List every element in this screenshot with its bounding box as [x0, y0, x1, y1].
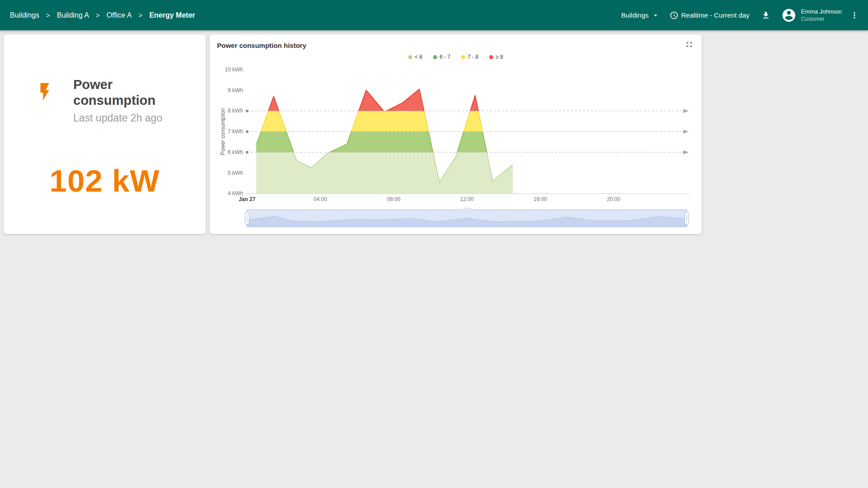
legend-dot: [489, 55, 493, 59]
breadcrumb-item-buildings[interactable]: Buildings: [10, 11, 39, 19]
legend-item-7-8[interactable]: 7 - 8: [461, 54, 478, 60]
svg-text:6 kWh: 6 kWh: [228, 149, 243, 155]
svg-text:4 kWh: 4 kWh: [228, 190, 243, 197]
legend-dot: [408, 55, 412, 59]
clock-icon: [670, 11, 679, 20]
legend-item-6-7[interactable]: 6 - 7: [433, 54, 450, 60]
svg-text:5 kWh: 5 kWh: [228, 170, 243, 176]
navigator-selection[interactable]: [247, 210, 687, 227]
chevron-down-icon: [651, 11, 660, 19]
power-history-chart[interactable]: 4 kWh5 kWh6 kWh7 kWh8 kWh9 kWh10 kWhPowe…: [217, 62, 694, 230]
svg-text:Jan 27: Jan 27: [239, 196, 255, 202]
svg-text:16:00: 16:00: [533, 196, 547, 202]
svg-text:Power consumption: Power consumption: [220, 108, 226, 155]
breadcrumb-separator: >: [96, 11, 100, 19]
avatar-icon: [781, 8, 797, 23]
fullscreen-icon: [685, 40, 693, 50]
svg-text:10 kWh: 10 kWh: [225, 66, 243, 73]
svg-text:7 kWh: 7 kWh: [228, 128, 243, 135]
power-value: 102 kW: [4, 163, 206, 199]
user-role: Customer: [801, 15, 842, 23]
navigator-handle-right[interactable]: [685, 212, 689, 224]
navigator-grip[interactable]: [462, 208, 472, 211]
user-menu[interactable]: Emma Johnson Customer: [780, 6, 843, 25]
svg-text:04:00: 04:00: [314, 196, 327, 202]
legend-item-lt6[interactable]: < 6: [408, 54, 422, 60]
legend-item-gte8[interactable]: ≥ 8: [489, 54, 503, 60]
svg-text:12:00: 12:00: [460, 196, 474, 202]
more-menu-button[interactable]: [849, 8, 860, 23]
legend-dot: [461, 55, 465, 59]
download-icon: [761, 11, 770, 20]
entity-select-label: Buildings: [621, 11, 649, 19]
navigator-handle-left[interactable]: [245, 212, 249, 224]
svg-text:08:00: 08:00: [387, 196, 401, 202]
bolt-icon: [34, 77, 55, 108]
topbar-actions: Buildings Realtime - Current day Emma Jo…: [619, 6, 860, 25]
legend-dot: [433, 55, 437, 59]
power-card-subtitle: Last update 2h ago: [73, 112, 193, 124]
timewindow-button[interactable]: Realtime - Current day: [668, 8, 751, 23]
breadcrumb-separator: >: [138, 11, 142, 19]
legend-label: 7 - 8: [467, 54, 478, 60]
power-consumption-card: Power consumption Last update 2h ago 102…: [4, 34, 206, 234]
power-card-title: Power consumption: [73, 77, 193, 108]
fullscreen-button[interactable]: [684, 39, 694, 51]
legend-label: 6 - 7: [439, 54, 450, 60]
dashboard: Power consumption Last update 2h ago 102…: [0, 30, 868, 238]
svg-text:8 kWh: 8 kWh: [228, 108, 243, 114]
svg-text:9 kWh: 9 kWh: [228, 87, 243, 94]
topbar: Buildings > Building A > Office A > Ener…: [0, 0, 868, 30]
timewindow-label: Realtime - Current day: [681, 11, 750, 19]
download-button[interactable]: [758, 8, 774, 23]
breadcrumb-item-building-a[interactable]: Building A: [57, 11, 89, 19]
chart-legend: < 6 6 - 7 7 - 8 ≥ 8: [217, 54, 694, 60]
entity-select[interactable]: Buildings: [619, 9, 661, 22]
legend-label: < 6: [415, 54, 422, 60]
legend-label: ≥ 8: [495, 54, 503, 60]
power-history-card: Power consumption history < 6 6 - 7 7 - …: [210, 34, 702, 234]
more-vert-icon: [850, 11, 859, 20]
user-name: Emma Johnson: [801, 8, 842, 16]
breadcrumb-item-office-a[interactable]: Office A: [107, 11, 132, 19]
breadcrumb: Buildings > Building A > Office A > Ener…: [10, 11, 195, 19]
breadcrumb-separator: >: [46, 11, 50, 19]
breadcrumb-item-energy-meter: Energy Meter: [149, 11, 195, 19]
chart-title: Power consumption history: [217, 42, 307, 49]
svg-text:20:00: 20:00: [607, 196, 620, 202]
